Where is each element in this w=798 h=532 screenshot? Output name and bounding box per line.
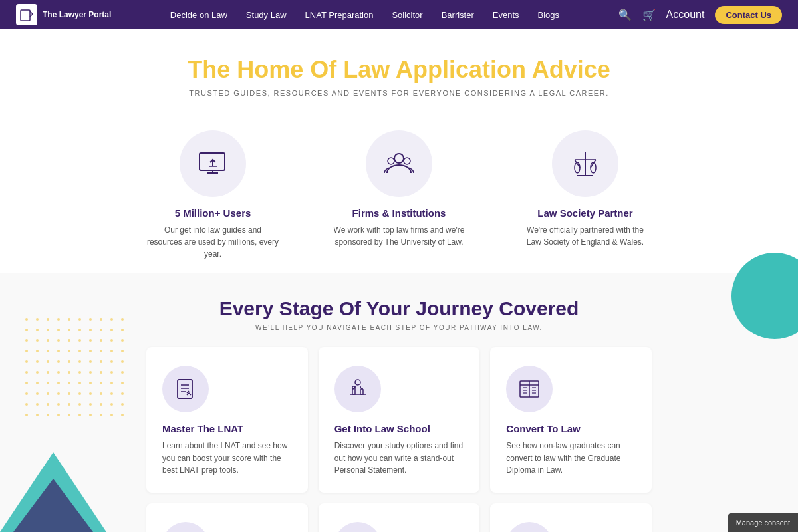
stat-firms-icon (366, 130, 432, 197)
card-convert-icon (506, 366, 553, 412)
svg-rect-14 (178, 380, 192, 398)
svg-point-6 (394, 154, 404, 163)
hero-subtitle: TRUSTED GUIDES, RESOURCES AND EVENTS FOR… (13, 89, 785, 97)
svg-point-7 (388, 158, 394, 164)
stat-law-society-icon (552, 130, 618, 197)
card-training[interactable]: Find Training Contracts Learn about Trai… (146, 503, 308, 532)
stat-users-icon (180, 130, 246, 197)
svg-rect-0 (21, 10, 30, 21)
stat-law-society-title: Law Society Partner (519, 207, 652, 219)
navigation: The Lawyer Portal Decide on Law Study La… (0, 0, 798, 29)
stat-firms-title: Firms & Institutions (332, 207, 466, 219)
hero-title: The Home Of Law Application Advice (13, 56, 785, 84)
hero-section: The Home Of Law Application Advice TRUST… (0, 29, 798, 110)
journey-subtitle: WE'LL HELP YOU NAVIGATE EACH STEP OF YOU… (13, 324, 785, 331)
card-lnat-icon (162, 366, 209, 412)
logo-icon (16, 4, 37, 25)
card-law-school-desc: Discover your study options and find out… (334, 440, 464, 477)
card-law-school-icon (334, 366, 381, 412)
card-lnat-title: Master The LNAT (162, 423, 292, 434)
card-law-school[interactable]: Get Into Law School Discover your study … (319, 347, 480, 493)
hero-title-text: The Home Of (188, 56, 343, 83)
nav-right: 🔍 🛒 Account Contact Us (618, 6, 782, 24)
logo-text: The Lawyer Portal (43, 10, 111, 19)
nav-lnat-preparation[interactable]: LNAT Preparation (305, 9, 374, 21)
nav-links: Decide on Law Study Law LNAT Preparation… (170, 9, 559, 21)
card-convert[interactable]: Convert To Law See how non-law graduates… (490, 347, 652, 493)
svg-point-8 (404, 158, 410, 164)
card-lnat-desc: Learn about the LNAT and see how you can… (162, 440, 292, 477)
stats-section: 5 Million+ Users Our get into law guides… (0, 110, 798, 273)
stat-users-title: 5 Million+ Users (146, 207, 279, 219)
card-convert-title: Convert To Law (506, 423, 636, 434)
journey-title: Every Stage Of Your Journey Covered (13, 297, 785, 320)
card-law-school-title: Get Into Law School (334, 423, 464, 434)
card-pupillage-icon (334, 522, 381, 532)
card-commercial-icon (506, 522, 553, 532)
logo[interactable]: The Lawyer Portal (16, 4, 111, 25)
nav-solicitor[interactable]: Solicitor (392, 9, 422, 21)
card-commercial[interactable]: Be Commercially Aware Boost your commerc… (490, 503, 652, 532)
stat-users-desc: Our get into law guides and resources ar… (146, 224, 279, 260)
stat-users: 5 Million+ Users Our get into law guides… (146, 130, 279, 260)
nav-blogs[interactable]: Blogs (538, 9, 560, 21)
search-icon[interactable]: 🔍 (618, 9, 632, 21)
journey-section: Every Stage Of Your Journey Covered WE'L… (0, 273, 798, 532)
card-lnat[interactable]: Master The LNAT Learn about the LNAT and… (146, 347, 308, 493)
nav-decide-on-law[interactable]: Decide on Law (170, 9, 227, 21)
stat-firms-desc: We work with top law firms and we're spo… (332, 224, 466, 248)
nav-study-law[interactable]: Study Law (246, 9, 287, 21)
stat-law-society-desc: We're officially partnered with the Law … (519, 224, 652, 248)
nav-barrister[interactable]: Barrister (442, 9, 474, 21)
svg-point-20 (355, 380, 360, 385)
stat-law-society: Law Society Partner We're officially par… (519, 130, 652, 260)
card-training-icon (162, 522, 209, 532)
card-pupillage[interactable]: Secure A Pupillage Explore pupillage opt… (319, 503, 480, 532)
nav-events[interactable]: Events (493, 9, 519, 21)
hero-title-highlight: Law Application Advice (343, 56, 610, 83)
account-link[interactable]: Account (666, 9, 705, 21)
journey-header: Every Stage Of Your Journey Covered WE'L… (13, 297, 785, 331)
cards-grid: Master The LNAT Learn about the LNAT and… (146, 347, 652, 532)
stat-firms: Firms & Institutions We work with top la… (332, 130, 466, 260)
svg-rect-21 (360, 390, 363, 394)
consent-banner[interactable]: Manage consent (728, 513, 798, 532)
cart-icon[interactable]: 🛒 (642, 9, 656, 21)
card-convert-desc: See how non-law graduates can convert to… (506, 440, 636, 477)
contact-button[interactable]: Contact Us (715, 6, 782, 24)
